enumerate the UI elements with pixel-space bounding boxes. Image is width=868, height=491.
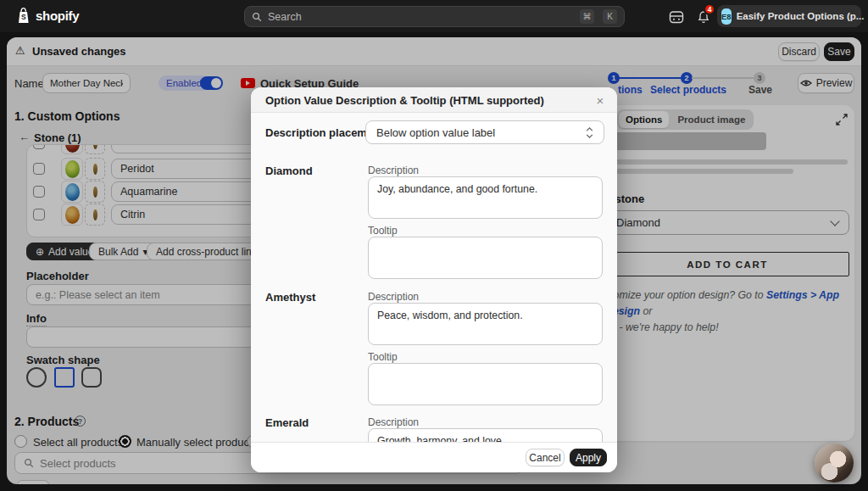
shopify-bag-icon: S — [15, 7, 31, 25]
description-textarea[interactable]: Peace, wisdom, and protection. — [368, 303, 603, 345]
account-name: Easify Product Options (p... — [737, 11, 865, 21]
description-tooltip-modal: Option Value Description & Tooltip (HTML… — [251, 87, 617, 472]
svg-text:S: S — [21, 13, 26, 21]
tooltip-textarea[interactable] — [368, 237, 603, 279]
section-name: Amethyst — [265, 291, 315, 304]
description-placement-select[interactable]: Below option value label — [365, 120, 604, 144]
select-updown-icon — [586, 126, 593, 139]
close-icon[interactable]: × — [593, 92, 608, 108]
modal-header: Option Value Description & Tooltip (HTML… — [251, 87, 617, 113]
search-placeholder: Search — [268, 11, 571, 23]
section-name: Emerald — [265, 416, 309, 429]
shopify-wordmark: shopify — [36, 8, 79, 23]
store-icon[interactable] — [668, 8, 685, 25]
cancel-button[interactable]: Cancel — [526, 449, 565, 466]
search-icon — [252, 12, 262, 22]
modal-footer: Cancel Apply — [251, 442, 617, 472]
tooltip-textarea[interactable] — [368, 363, 603, 405]
section-name: Diamond — [265, 165, 313, 177]
topbar: S shopify Search ⌘ K — [0, 0, 868, 32]
tooltip-label: Tooltip — [368, 225, 398, 237]
description-textarea[interactable]: Joy, abundance, and good fortune. — [368, 176, 603, 219]
kbd-k: K — [603, 9, 617, 24]
tooltip-label: Tooltip — [368, 351, 398, 363]
apply-button[interactable]: Apply — [570, 449, 607, 466]
support-chat-avatar[interactable] — [815, 444, 854, 483]
description-label: Description — [368, 165, 419, 176]
account-avatar: E8 — [721, 8, 732, 25]
modal-title: Option Value Description & Tooltip (HTML… — [265, 94, 544, 107]
shopify-logo[interactable]: S shopify — [15, 7, 79, 25]
notification-badge: 4 — [704, 3, 715, 15]
placement-select-value: Below option value label — [376, 126, 495, 139]
account-menu[interactable]: E8 Easify Product Options (p... dev — [717, 5, 861, 27]
global-search[interactable]: Search ⌘ K — [244, 6, 625, 27]
screen: S shopify Search ⌘ K — [0, 0, 868, 491]
kbd-cmd: ⌘ — [580, 9, 594, 24]
description-label: Description — [368, 291, 419, 303]
description-label: Description — [368, 416, 419, 428]
